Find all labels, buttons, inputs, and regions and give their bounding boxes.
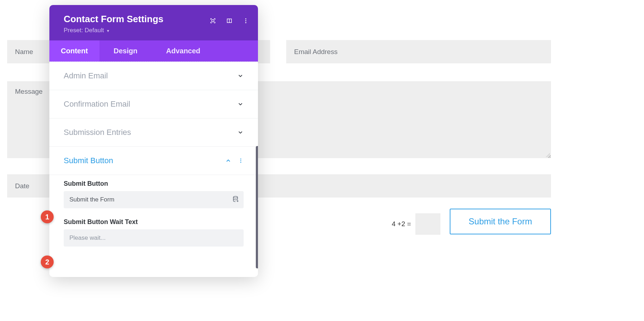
preset-selector[interactable]: Preset: Default ▾ — [64, 27, 247, 34]
submit-button-field-label: Submit Button — [64, 180, 244, 188]
chevron-down-icon — [237, 73, 244, 79]
chevron-up-icon — [225, 157, 231, 164]
svg-rect-0 — [212, 20, 214, 22]
expand-icon[interactable] — [209, 17, 216, 24]
submit-button-fields: Submit Button Submit Button Wait Text — [49, 180, 258, 255]
captcha-input[interactable] — [415, 213, 440, 235]
email-field[interactable]: Email Address — [286, 40, 551, 63]
tabs: Content Design Advanced — [49, 40, 258, 62]
submit-button[interactable]: Submit the Form — [450, 209, 551, 234]
svg-point-6 — [240, 159, 241, 160]
section-admin-email[interactable]: Admin Email — [49, 62, 258, 90]
panel-header: Contact Form Settings Preset: Default ▾ — [49, 5, 258, 40]
chevron-down-icon — [237, 101, 244, 107]
svg-point-3 — [245, 18, 247, 19]
section-confirmation-email[interactable]: Confirmation Email — [49, 90, 258, 118]
submit-wait-text-input[interactable] — [64, 229, 244, 247]
submit-button-label: Submit the Form — [469, 217, 532, 227]
panel-scrollbar[interactable] — [256, 146, 258, 268]
callout-1-number: 1 — [45, 213, 49, 221]
submit-wait-field-label: Submit Button Wait Text — [64, 218, 244, 226]
message-placeholder: Message — [15, 88, 43, 96]
captcha-row: 4 +2 = — [392, 213, 440, 235]
tab-design-label: Design — [114, 47, 138, 55]
svg-point-4 — [245, 20, 247, 21]
name-placeholder: Name — [15, 48, 33, 56]
callout-badge-2: 2 — [41, 256, 54, 268]
captcha-text: 4 +2 = — [392, 220, 411, 228]
panel-body: Admin Email Confirmation Email Submissio… — [49, 62, 258, 274]
chevron-down-icon — [237, 129, 244, 136]
dynamic-content-icon[interactable] — [232, 195, 239, 204]
svg-point-7 — [240, 160, 241, 161]
section-confirmation-email-label: Confirmation Email — [64, 99, 130, 109]
date-placeholder: Date — [15, 182, 29, 190]
columns-icon[interactable] — [226, 17, 233, 24]
svg-point-5 — [245, 22, 247, 23]
section-admin-email-label: Admin Email — [64, 71, 108, 81]
submit-button-text-input[interactable] — [64, 191, 244, 208]
svg-point-9 — [233, 196, 238, 198]
section-submit-button[interactable]: Submit Button — [49, 147, 258, 175]
tab-content[interactable]: Content — [49, 40, 99, 62]
tab-design[interactable]: Design — [99, 40, 152, 62]
tab-advanced-label: Advanced — [166, 47, 200, 55]
more-vertical-icon[interactable] — [238, 158, 244, 164]
section-submit-button-label: Submit Button — [64, 156, 113, 165]
settings-panel: Contact Form Settings Preset: Default ▾ … — [49, 5, 258, 277]
email-placeholder: Email Address — [294, 48, 337, 56]
more-vertical-icon[interactable] — [242, 17, 249, 24]
tab-content-label: Content — [61, 47, 88, 55]
svg-point-8 — [240, 162, 241, 163]
caret-down-icon: ▾ — [107, 28, 109, 33]
callout-2-number: 2 — [45, 258, 49, 266]
section-submission-entries-label: Submission Entries — [64, 128, 131, 137]
callout-badge-1: 1 — [41, 210, 54, 223]
preset-label: Preset: Default — [64, 27, 104, 34]
tab-advanced[interactable]: Advanced — [152, 40, 212, 62]
section-submission-entries[interactable]: Submission Entries — [49, 118, 258, 147]
